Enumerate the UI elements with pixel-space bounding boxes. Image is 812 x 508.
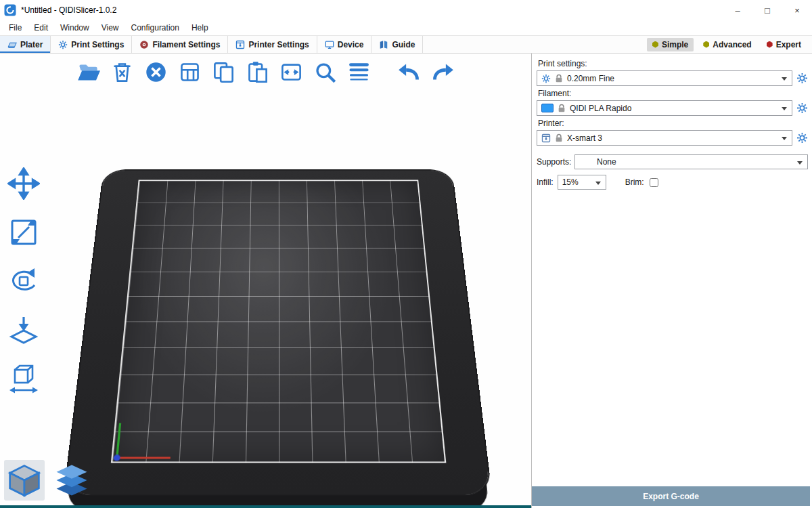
print-settings-gear-button[interactable] bbox=[796, 72, 808, 85]
top-toolbar bbox=[73, 57, 457, 87]
mode-expert[interactable]: Expert bbox=[761, 38, 807, 51]
lock-icon bbox=[557, 104, 566, 113]
tab-print-settings[interactable]: Print Settings bbox=[51, 36, 132, 53]
paste-icon bbox=[246, 60, 269, 84]
preset-gear-icon bbox=[541, 74, 551, 83]
simple-mode-dot-icon bbox=[652, 41, 658, 48]
filament-value: QIDI PLA Rapido bbox=[570, 104, 631, 113]
gear-icon bbox=[796, 72, 808, 84]
menu-help[interactable]: Help bbox=[185, 20, 215, 35]
device-icon bbox=[325, 40, 334, 49]
3d-viewport[interactable] bbox=[0, 54, 531, 508]
variable-layer-height-button[interactable] bbox=[344, 57, 374, 87]
mode-switcher: Simple Advanced Expert bbox=[647, 36, 812, 53]
variable-layer-height-icon bbox=[347, 60, 371, 84]
search-button[interactable] bbox=[310, 57, 340, 87]
menu-view[interactable]: View bbox=[95, 20, 125, 35]
tab-label: Filament Settings bbox=[152, 40, 220, 49]
menu-window[interactable]: Window bbox=[54, 20, 95, 35]
axis-x-red bbox=[116, 457, 171, 459]
maximize-button[interactable]: □ bbox=[752, 0, 782, 20]
measure-button[interactable] bbox=[5, 361, 42, 396]
lock-icon bbox=[554, 133, 564, 143]
tab-device[interactable]: Device bbox=[317, 36, 372, 53]
rotate-button[interactable] bbox=[5, 263, 42, 299]
tab-label: Guide bbox=[392, 40, 415, 49]
filament-gear-button[interactable] bbox=[796, 102, 808, 114]
mode-advanced[interactable]: Advanced bbox=[698, 38, 757, 51]
arrange-icon bbox=[178, 60, 202, 84]
tab-label: Device bbox=[338, 40, 364, 49]
scale-button[interactable] bbox=[5, 215, 42, 250]
plater-icon bbox=[7, 40, 17, 49]
chevron-down-icon bbox=[782, 107, 787, 110]
viewport-bottom-strip bbox=[0, 505, 531, 508]
printer-value: X-smart 3 bbox=[567, 133, 602, 143]
tab-plater[interactable]: Plater bbox=[0, 36, 51, 53]
split-icon bbox=[279, 60, 303, 84]
print-settings-icon bbox=[58, 40, 68, 49]
lock-icon bbox=[554, 74, 564, 83]
print-settings-value: 0.20mm Fine bbox=[567, 74, 614, 83]
delete-all-button[interactable] bbox=[141, 57, 171, 87]
chevron-down-icon bbox=[797, 161, 803, 165]
tab-filament-settings[interactable]: Filament Settings bbox=[132, 36, 228, 53]
supports-combo[interactable]: None bbox=[574, 154, 808, 169]
print-bed[interactable] bbox=[87, 125, 469, 507]
tab-label: Print Settings bbox=[71, 40, 124, 49]
minimize-button[interactable]: – bbox=[723, 0, 752, 20]
chevron-down-icon bbox=[595, 182, 601, 185]
redo-button[interactable] bbox=[428, 57, 457, 87]
copy-icon bbox=[212, 60, 235, 84]
tab-guide[interactable]: Guide bbox=[371, 36, 423, 53]
place-on-face-icon bbox=[7, 314, 40, 346]
printer-icon bbox=[541, 133, 551, 143]
3d-editor-view-button[interactable] bbox=[4, 460, 45, 501]
copy-button[interactable] bbox=[208, 57, 238, 87]
mode-label: Simple bbox=[662, 40, 688, 49]
tab-label: Plater bbox=[20, 40, 43, 49]
menubar: File Edit Window View Configuration Help bbox=[0, 20, 812, 35]
delete-all-icon bbox=[144, 60, 168, 84]
mode-label: Expert bbox=[776, 40, 801, 49]
arrange-button[interactable] bbox=[175, 57, 204, 87]
open-button[interactable] bbox=[73, 57, 103, 87]
delete-button[interactable] bbox=[107, 57, 137, 87]
3d-editor-view-icon bbox=[6, 462, 43, 499]
window-title: *Untitled - QIDISlicer-1.0.2 bbox=[21, 5, 116, 15]
filament-combo[interactable]: QIDI PLA Rapido bbox=[537, 100, 792, 116]
menu-file[interactable]: File bbox=[3, 20, 28, 35]
paste-button[interactable] bbox=[242, 57, 272, 87]
titlebar: *Untitled - QIDISlicer-1.0.2 – □ × bbox=[0, 0, 812, 20]
brim-checkbox[interactable] bbox=[650, 178, 658, 187]
printer-gear-button[interactable] bbox=[796, 132, 808, 144]
delete-icon bbox=[110, 60, 134, 84]
app-logo-icon bbox=[4, 4, 16, 16]
tab-printer-settings[interactable]: Printer Settings bbox=[228, 36, 317, 53]
advanced-mode-dot-icon bbox=[703, 41, 709, 48]
bed-plate bbox=[65, 171, 491, 495]
open-folder-icon bbox=[76, 60, 100, 84]
redo-icon bbox=[431, 60, 455, 84]
menu-edit[interactable]: Edit bbox=[28, 20, 54, 35]
expert-mode-dot-icon bbox=[767, 41, 773, 48]
print-settings-combo[interactable]: 0.20mm Fine bbox=[537, 70, 792, 86]
move-icon bbox=[7, 167, 40, 200]
undo-button[interactable] bbox=[394, 57, 424, 87]
menu-configuration[interactable]: Configuration bbox=[125, 20, 185, 35]
infill-value: 15% bbox=[562, 177, 579, 187]
mode-simple[interactable]: Simple bbox=[647, 38, 694, 51]
chevron-down-icon bbox=[782, 77, 787, 81]
infill-combo[interactable]: 15% bbox=[558, 175, 606, 190]
move-button[interactable] bbox=[5, 166, 42, 201]
view-toolbar bbox=[4, 460, 92, 501]
close-button[interactable]: × bbox=[782, 0, 812, 20]
infill-label: Infill: bbox=[537, 177, 554, 187]
bed-grid bbox=[111, 180, 447, 463]
split-button[interactable] bbox=[276, 57, 306, 87]
preview-view-button[interactable] bbox=[51, 460, 92, 501]
place-on-face-button[interactable] bbox=[5, 312, 42, 347]
export-gcode-button[interactable]: Export G-code bbox=[532, 486, 810, 506]
filament-label: Filament: bbox=[538, 89, 808, 98]
printer-combo[interactable]: X-smart 3 bbox=[537, 130, 792, 146]
